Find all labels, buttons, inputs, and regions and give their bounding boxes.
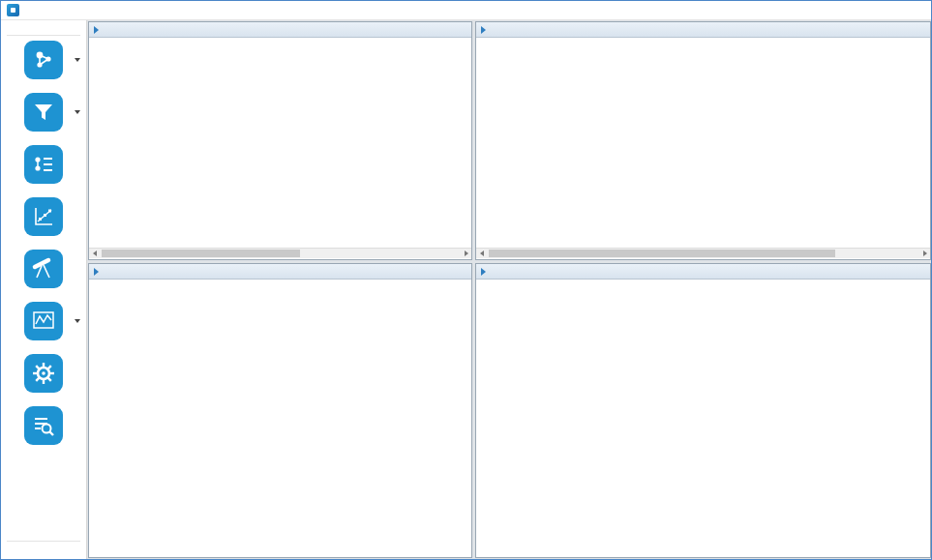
tool-monitor[interactable] xyxy=(1,248,86,300)
chevron-down-icon[interactable] xyxy=(75,110,80,114)
divider xyxy=(7,541,80,542)
tool-compound[interactable] xyxy=(1,39,86,91)
collapse-arrow-icon[interactable] xyxy=(94,268,99,276)
minimize-button[interactable] xyxy=(844,1,873,19)
tool-all-filter[interactable] xyxy=(1,91,86,143)
telescope-icon xyxy=(24,250,63,288)
sidebar xyxy=(1,20,87,559)
gear-icon xyxy=(24,354,63,393)
sidebar-menu-report[interactable] xyxy=(1,552,86,556)
compound-info-panel xyxy=(88,263,472,558)
compound-info-icon xyxy=(24,145,63,184)
tool-qc-chart[interactable] xyxy=(1,300,86,352)
chevron-down-icon[interactable] xyxy=(75,58,80,62)
tool-audit-trail[interactable] xyxy=(1,404,86,457)
tool-settings[interactable] xyxy=(1,352,86,404)
scroll-left-button[interactable] xyxy=(476,249,487,258)
scroll-left-button[interactable] xyxy=(89,249,100,258)
collapse-arrow-icon[interactable] xyxy=(94,26,99,34)
tool-compound-info[interactable] xyxy=(1,143,86,195)
scroll-right-button[interactable] xyxy=(461,249,471,258)
app-icon xyxy=(7,4,19,16)
filter-icon xyxy=(24,93,63,132)
quant-results-panel xyxy=(475,21,931,260)
close-button[interactable] xyxy=(902,1,931,19)
scroll-track[interactable] xyxy=(100,249,461,258)
chevron-down-icon[interactable] xyxy=(75,319,80,323)
collapse-arrow-icon[interactable] xyxy=(481,268,486,276)
scroll-right-button[interactable] xyxy=(919,249,930,258)
collapse-arrow-icon[interactable] xyxy=(481,26,486,34)
sidebar-menu-display[interactable] xyxy=(1,28,86,32)
maximize-button[interactable] xyxy=(873,1,902,19)
calibration-curve-panel xyxy=(475,263,931,558)
app-window xyxy=(0,0,932,560)
main-area xyxy=(87,20,931,559)
panel-header[interactable] xyxy=(476,264,930,280)
chromatogram xyxy=(89,280,471,556)
calibration-curve xyxy=(476,280,930,556)
horizontal-scrollbar[interactable] xyxy=(476,248,930,258)
tool-calibration-curve[interactable] xyxy=(1,195,86,248)
scroll-thumb[interactable] xyxy=(489,250,835,257)
molecule-icon xyxy=(24,41,63,79)
panel-header[interactable] xyxy=(476,22,930,38)
qc-chart-icon xyxy=(24,302,63,340)
calibration-curve-icon xyxy=(24,197,63,236)
window-controls xyxy=(844,1,931,19)
horizontal-scrollbar[interactable] xyxy=(89,248,471,258)
audit-trail-icon xyxy=(24,406,63,445)
scroll-thumb[interactable] xyxy=(102,250,300,257)
window-body xyxy=(1,20,931,559)
sample-list-panel xyxy=(88,21,472,260)
titlebar xyxy=(1,1,931,20)
divider xyxy=(7,35,80,36)
panel-header[interactable] xyxy=(89,264,471,280)
panel-header[interactable] xyxy=(89,22,471,38)
scroll-track[interactable] xyxy=(487,249,919,258)
sidebar-bottom xyxy=(1,538,86,559)
